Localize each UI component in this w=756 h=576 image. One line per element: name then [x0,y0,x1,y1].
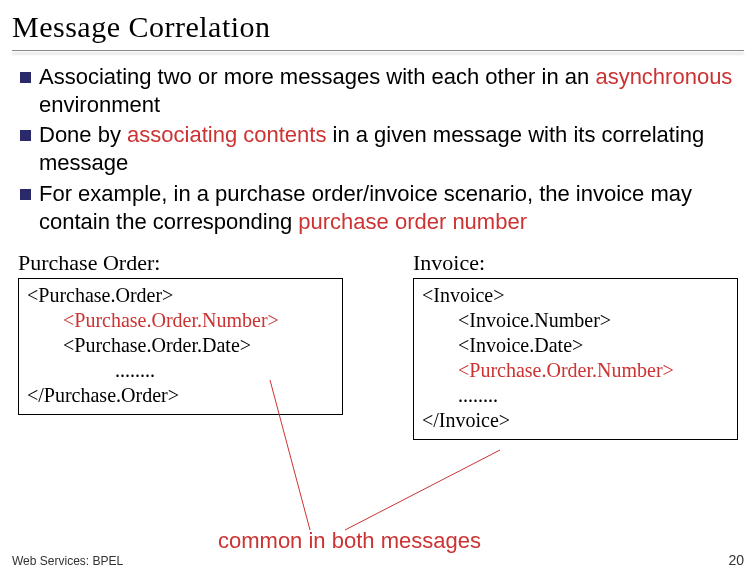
bullet-text: Done by associating contents in a given … [39,121,736,177]
code-line: <Purchase.Order.Date> [27,333,334,358]
bullet-list: Associating two or more messages with ea… [0,59,756,236]
code-line: <Invoice> [422,283,729,308]
footer-left: Web Services: BPEL [12,554,123,568]
slide-title: Message Correlation [0,0,756,48]
code-boxes-row: Purchase Order: <Purchase.Order><Purchas… [0,238,756,440]
bullet-post: environment [39,92,160,117]
svg-line-1 [345,450,500,530]
bullet-pre: Done by [39,122,127,147]
left-col: Purchase Order: <Purchase.Order><Purchas… [18,250,343,440]
right-col: Invoice: <Invoice><Invoice.Number><Invoi… [413,250,738,440]
bullet-item: Done by associating contents in a given … [20,121,736,177]
bullet-square-icon [20,72,31,83]
bullet-item: For example, in a purchase order/invoice… [20,180,736,236]
bullet-item: Associating two or more messages with ea… [20,63,736,119]
title-underline [12,50,744,51]
bullet-highlight: purchase order number [298,209,527,234]
bullet-pre: Associating two or more messages with ea… [39,64,595,89]
code-line: ........ [422,383,729,408]
code-line: </Invoice> [422,408,729,433]
bullet-text: For example, in a purchase order/invoice… [39,180,736,236]
code-line: </Purchase.Order> [27,383,334,408]
code-line: ........ [27,358,334,383]
invoice-box: <Invoice><Invoice.Number><Invoice.Date><… [413,278,738,440]
code-line: <Invoice.Date> [422,333,729,358]
code-line: <Purchase.Order.Number> [27,308,334,333]
bullet-square-icon [20,130,31,141]
bullet-highlight: asynchronous [595,64,732,89]
code-line: <Purchase.Order> [27,283,334,308]
code-line: <Purchase.Order.Number> [422,358,729,383]
code-line: <Invoice.Number> [422,308,729,333]
bullet-square-icon [20,189,31,200]
purchase-order-box: <Purchase.Order><Purchase.Order.Number><… [18,278,343,415]
common-label: common in both messages [218,528,481,554]
bullet-highlight: associating contents [127,122,326,147]
bullet-text: Associating two or more messages with ea… [39,63,736,119]
slide-number: 20 [728,552,744,568]
right-box-label: Invoice: [413,250,738,276]
left-box-label: Purchase Order: [18,250,343,276]
